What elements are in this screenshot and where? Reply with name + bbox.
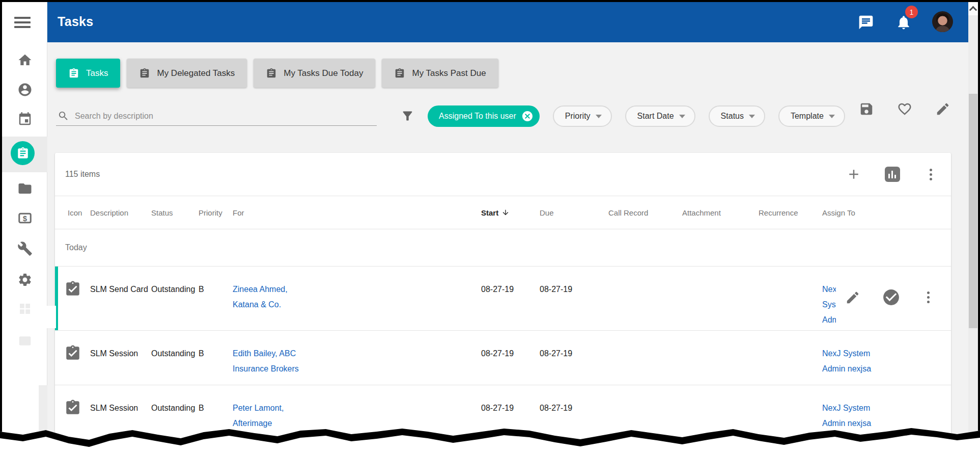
sidebar-item-home[interactable] (2, 45, 47, 75)
column-label: Priority (199, 208, 222, 217)
filter-button[interactable] (401, 109, 414, 123)
sidebar-item-settings[interactable] (2, 265, 47, 295)
grid-icon (17, 301, 33, 316)
chart-view-button[interactable] (885, 167, 900, 182)
remove-chip-icon[interactable] (521, 110, 534, 122)
task-due-date: 08-27-19 (540, 385, 608, 446)
column-header[interactable]: Status (151, 208, 199, 217)
row-more-button[interactable] (922, 290, 934, 305)
column-label: Status (151, 208, 173, 217)
add-task-button[interactable] (846, 167, 861, 182)
task-for-link[interactable]: Peter Lamont, Afterimage Systems (233, 385, 481, 446)
task-check-icon (64, 280, 81, 298)
view-tab[interactable]: My Delegated Tasks (127, 59, 247, 88)
save-button[interactable] (859, 101, 874, 117)
view-tab[interactable]: Tasks (56, 59, 120, 88)
tasks-icon (16, 147, 30, 160)
sidebar-scroll-track (39, 385, 47, 436)
complete-task-button[interactable] (882, 288, 901, 307)
task-attachment (682, 267, 759, 330)
assign-to-link[interactable]: NexJ System Admin nexjsa (822, 267, 836, 330)
task-for-link[interactable]: Edith Bailey, ABC Insurance Brokers (233, 331, 481, 385)
column-label: Due (540, 208, 554, 217)
column-label: For (233, 208, 244, 217)
task-attachment (682, 385, 759, 446)
sidebar-item-billing[interactable]: $ (2, 203, 47, 233)
tab-label: My Delegated Tasks (157, 68, 235, 78)
tab-label: My Tasks Due Today (284, 68, 363, 78)
column-header[interactable]: Start (481, 208, 540, 217)
gear-icon (17, 272, 33, 287)
table-body: SLM Send Card Outstanding B Zineea Ahmed… (55, 267, 951, 447)
column-header[interactable]: For (233, 208, 481, 217)
task-call-record (608, 331, 682, 385)
task-type-cell (55, 331, 90, 385)
task-priority: B (199, 385, 233, 446)
chevron-down-icon (679, 115, 685, 118)
scroll-up-button[interactable] (968, 2, 978, 15)
clipboard-icon (139, 68, 150, 79)
list-more-button[interactable] (925, 167, 940, 182)
column-label: Icon (68, 208, 82, 217)
column-header[interactable]: Description (90, 208, 151, 217)
search-input[interactable] (74, 109, 379, 124)
column-header[interactable]: Icon (55, 208, 90, 217)
task-for-link[interactable]: Zineea Ahmed, Katana & Co. (233, 267, 481, 330)
row-actions (845, 288, 934, 307)
task-priority: B (199, 331, 233, 385)
chip-label: Priority (565, 112, 591, 121)
chip-label: Assigned To this user (439, 112, 516, 121)
column-header[interactable]: Due (540, 208, 608, 217)
task-start-date: 08-27-19 (481, 267, 540, 330)
chevron-up-icon (969, 6, 977, 14)
search-underline (56, 125, 377, 126)
main-content: Tasks My Delegated Tasks My Tasks Due To… (47, 42, 968, 452)
column-header[interactable]: Attachment (682, 208, 759, 217)
column-header[interactable]: Call Record (608, 208, 682, 217)
sidebar-item-documents[interactable] (2, 174, 47, 203)
page-scrollbar[interactable] (968, 2, 978, 452)
tab-label: Tasks (86, 68, 108, 78)
view-tab[interactable]: My Tasks Past Due (382, 59, 498, 88)
menu-icon[interactable] (14, 17, 31, 29)
chat-button[interactable] (858, 14, 874, 31)
assign-to-link[interactable]: NexJ System Admin nexjsa (822, 331, 893, 385)
calendar-icon (17, 112, 33, 127)
favorite-button[interactable] (897, 101, 912, 117)
sidebar-item-contacts[interactable] (2, 75, 47, 104)
table-row[interactable]: SLM Session Outstanding B Edith Bailey, … (55, 331, 951, 385)
sidebar-item-tasks[interactable] (11, 141, 35, 165)
home-icon (17, 52, 33, 68)
chip-assigned-to-this-user[interactable]: Assigned To this user (428, 105, 540, 127)
table-row[interactable]: SLM Session Outstanding B Peter Lamont, … (55, 385, 951, 447)
task-description: SLM Session (90, 385, 151, 446)
edit-task-button[interactable] (845, 290, 860, 305)
wrench-icon (17, 241, 33, 256)
filter-chip[interactable]: Template (778, 105, 845, 127)
filter-chip[interactable]: Start Date (625, 105, 695, 127)
column-label: Call Record (608, 208, 648, 217)
avatar[interactable] (932, 11, 953, 32)
chip-label: Template (791, 112, 824, 121)
avatar-photo (932, 11, 953, 32)
chevron-down-icon (829, 115, 835, 118)
sidebar-item-tools[interactable] (2, 234, 47, 263)
column-header[interactable]: Priority (199, 208, 233, 217)
task-start-date: 08-27-19 (481, 385, 540, 446)
assign-to-link[interactable]: NexJ System Admin nexjsa (822, 385, 893, 446)
sidebar-item-calendar[interactable] (2, 104, 47, 134)
svg-text:$: $ (22, 214, 27, 223)
task-status: Outstanding (151, 331, 199, 385)
column-header[interactable]: Assign To (822, 208, 893, 217)
folder-icon (17, 181, 33, 196)
column-header[interactable]: Recurrence (759, 208, 822, 217)
table-row[interactable]: SLM Send Card Outstanding B Zineea Ahmed… (55, 267, 951, 331)
view-tab[interactable]: My Tasks Due Today (254, 59, 375, 88)
edit-view-button[interactable] (935, 101, 950, 117)
scrollbar-thumb[interactable] (969, 94, 977, 328)
task-check-icon (64, 399, 81, 416)
filter-chip[interactable]: Status (709, 105, 765, 127)
funnel-icon (401, 109, 414, 123)
task-recurrence (759, 385, 822, 446)
filter-chip[interactable]: Priority (553, 105, 612, 127)
